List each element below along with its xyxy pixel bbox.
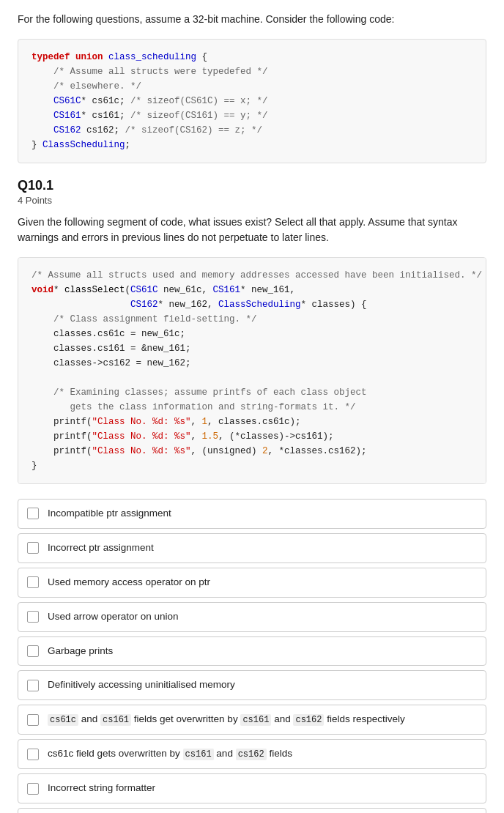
option-memory-access[interactable]: Used memory access operator on ptr bbox=[18, 568, 486, 598]
option-label-cs61c-overwritten: cs61c field gets overwritten by cs161 an… bbox=[48, 747, 292, 761]
option-signed-formatter[interactable]: Incorrect signed formatter bbox=[18, 808, 486, 813]
option-label-fields-overwritten: cs61c and cs161 fields get overwritten b… bbox=[48, 713, 405, 727]
checkbox-string-formatter[interactable] bbox=[27, 783, 39, 795]
option-label-arrow-union: Used arrow operator on union bbox=[48, 610, 179, 624]
checkbox-memory-access[interactable] bbox=[27, 576, 39, 588]
code-block-1: typedef union class_scheduling { /* Assu… bbox=[18, 39, 486, 163]
checkbox-uninitialised[interactable] bbox=[27, 680, 39, 691]
option-arrow-union[interactable]: Used arrow operator on union bbox=[18, 602, 486, 632]
option-uninitialised[interactable]: Definitively accessing uninitialised mem… bbox=[18, 670, 486, 700]
question-points: 4 Points bbox=[18, 195, 486, 206]
question-section: Q10.1 4 Points Given the following segme… bbox=[18, 178, 486, 245]
mono-cs161c: cs161 bbox=[183, 749, 214, 760]
mono-cs61c: cs61c bbox=[48, 714, 78, 726]
checkbox-fields-overwritten[interactable] bbox=[27, 714, 39, 726]
option-fields-overwritten[interactable]: cs61c and cs161 fields get overwritten b… bbox=[18, 705, 486, 735]
option-label-garbage-prints: Garbage prints bbox=[48, 645, 113, 658]
option-cs61c-overwritten[interactable]: cs61c field gets overwritten by cs161 an… bbox=[18, 739, 486, 769]
option-label-string-formatter: Incorrect string formatter bbox=[48, 782, 155, 795]
question-description: Given the following segment of code, wha… bbox=[18, 215, 486, 245]
checkbox-garbage-prints[interactable] bbox=[27, 645, 39, 657]
mono-cs161b: cs161 bbox=[240, 714, 271, 726]
mono-cs162a: cs162 bbox=[293, 714, 324, 726]
option-incompatible-ptr[interactable]: Incompatible ptr assignment bbox=[18, 499, 486, 529]
checkbox-incompatible-ptr[interactable] bbox=[27, 508, 39, 519]
option-label-incompatible-ptr: Incompatible ptr assignment bbox=[48, 507, 171, 521]
checkbox-cs61c-overwritten[interactable] bbox=[27, 749, 39, 760]
option-label-uninitialised: Definitively accessing uninitialised mem… bbox=[48, 678, 235, 692]
option-incorrect-ptr[interactable]: Incorrect ptr assignment bbox=[18, 533, 486, 563]
checkbox-incorrect-ptr[interactable] bbox=[27, 542, 39, 554]
option-string-formatter[interactable]: Incorrect string formatter bbox=[18, 773, 486, 803]
option-label-incorrect-ptr: Incorrect ptr assignment bbox=[48, 541, 154, 555]
question-title: Q10.1 bbox=[18, 178, 486, 193]
option-label-memory-access: Used memory access operator on ptr bbox=[48, 576, 210, 590]
intro-text: For the following questions, assume a 32… bbox=[18, 12, 486, 27]
checkbox-arrow-union[interactable] bbox=[27, 611, 39, 623]
code-block-2: /* Assume all structs used and memory ad… bbox=[18, 257, 486, 484]
options-list: Incompatible ptr assignment Incorrect pt… bbox=[18, 499, 486, 813]
option-garbage-prints[interactable]: Garbage prints bbox=[18, 636, 486, 667]
mono-cs161a: cs161 bbox=[100, 714, 131, 726]
mono-cs162b: cs162 bbox=[236, 749, 267, 760]
